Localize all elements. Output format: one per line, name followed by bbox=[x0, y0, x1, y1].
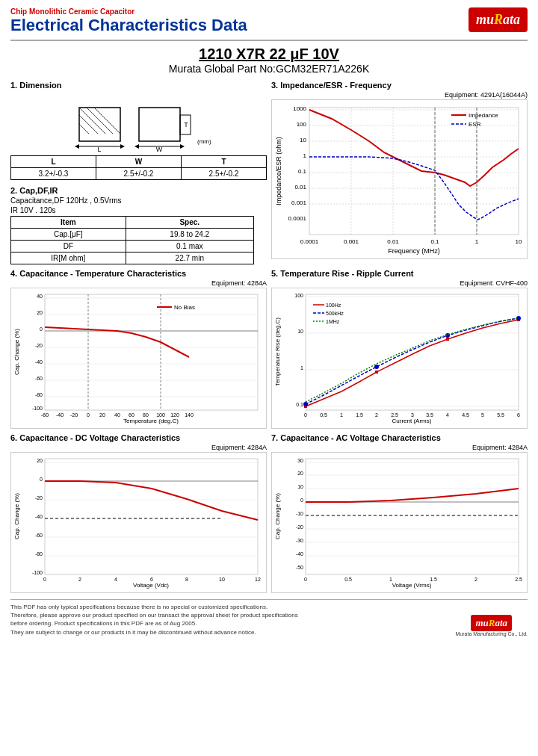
svg-text:1: 1 bbox=[340, 412, 343, 418]
svg-line-4 bbox=[79, 115, 98, 134]
svg-text:0: 0 bbox=[300, 498, 303, 503]
header-title: Electrical Characteristics Data bbox=[10, 16, 247, 35]
cap-subtitle2: IR 10V . 120s bbox=[10, 206, 267, 214]
svg-text:-10: -10 bbox=[296, 511, 303, 516]
dimension-title: 1. Dimension bbox=[10, 81, 267, 90]
cap-subtitle1: Capacitance,DF 120Hz , 0.5Vrms bbox=[10, 196, 267, 205]
svg-text:0: 0 bbox=[87, 412, 90, 418]
svg-text:No Bias: No Bias bbox=[174, 304, 195, 311]
cap-ac-svg: Cap. Change (%) Voltage (Vrms) 30 20 10 … bbox=[272, 453, 526, 591]
footer: This PDF has only typical specifications… bbox=[10, 599, 528, 636]
temp-rise-chart: Temperature Rise (deg.C) Current (Arms) … bbox=[271, 288, 528, 429]
left-column: 1. Dimension bbox=[10, 81, 267, 264]
svg-text:Cap. Change (%): Cap. Change (%) bbox=[274, 493, 281, 539]
svg-text:Frequency (MHz): Frequency (MHz) bbox=[388, 247, 440, 255]
svg-line-2 bbox=[87, 108, 113, 134]
dim-header-L: L bbox=[11, 156, 96, 168]
svg-text:140: 140 bbox=[185, 412, 194, 418]
dimension-table: L W T 3.2+/-0.3 2.5+/-0.2 2.5+/-0.2 bbox=[10, 155, 267, 180]
svg-text:120: 120 bbox=[170, 412, 179, 418]
svg-text:40: 40 bbox=[37, 294, 43, 299]
svg-text:(mm): (mm) bbox=[197, 138, 211, 145]
cap-dc-section: 6. Capacitance - DC Voltage Characterist… bbox=[10, 433, 267, 593]
cap-ac-title: 7. Capacitance - AC Voltage Characterist… bbox=[271, 433, 528, 442]
svg-text:1: 1 bbox=[300, 365, 303, 371]
svg-text:Voltage (Vdc): Voltage (Vdc) bbox=[133, 582, 169, 589]
svg-rect-52 bbox=[45, 294, 258, 410]
svg-text:-20: -20 bbox=[296, 524, 303, 530]
svg-text:-80: -80 bbox=[35, 551, 43, 557]
part-global: Murata Global Part No:GCM32ER71A226K bbox=[10, 63, 528, 75]
cap-ac-chart: Cap. Change (%) Voltage (Vrms) 30 20 10 … bbox=[271, 452, 528, 593]
svg-text:-20: -20 bbox=[35, 495, 43, 501]
svg-line-5 bbox=[79, 124, 89, 134]
cap-dc-equipment: Equipment: 4284A bbox=[10, 444, 267, 451]
svg-text:-80: -80 bbox=[35, 392, 43, 397]
svg-text:-60: -60 bbox=[35, 533, 43, 538]
murata-logo: muRata bbox=[469, 7, 528, 32]
svg-text:4: 4 bbox=[114, 577, 117, 582]
dim-val-L: 3.2+/-0.3 bbox=[11, 168, 96, 180]
temp-rise-equipment: Equipment: CVHF-400 bbox=[271, 279, 528, 287]
svg-text:1: 1 bbox=[303, 152, 307, 159]
svg-text:10: 10 bbox=[300, 137, 306, 143]
temp-rise-svg: Temperature Rise (deg.C) Current (Arms) … bbox=[272, 288, 526, 427]
svg-text:0.0001: 0.0001 bbox=[300, 238, 319, 245]
svg-point-113 bbox=[303, 402, 308, 406]
cap-row-ir-item: IR[M ohm] bbox=[11, 252, 126, 264]
cap-row-df-item: DF bbox=[11, 241, 126, 252]
svg-text:W: W bbox=[155, 146, 162, 152]
svg-rect-123 bbox=[45, 459, 258, 574]
svg-text:0.0001: 0.0001 bbox=[288, 215, 307, 222]
bottom-grid: 6. Capacitance - DC Voltage Characterist… bbox=[10, 433, 528, 593]
footer-text: This PDF has only typical specifications… bbox=[10, 603, 298, 636]
svg-text:T: T bbox=[184, 121, 188, 128]
temp-rise-section: 5. Temperature Rise - Ripple Current Equ… bbox=[271, 269, 528, 429]
impedance-title: 3. Impedance/ESR - Frequency bbox=[271, 81, 528, 90]
svg-text:Cap. Change (%): Cap. Change (%) bbox=[13, 329, 20, 375]
header-subtitle: Chip Monolithic Ceramic Capacitor bbox=[10, 7, 247, 16]
svg-text:0.01: 0.01 bbox=[294, 184, 306, 190]
svg-text:2.5: 2.5 bbox=[515, 577, 522, 582]
page: Chip Monolithic Ceramic Capacitor Electr… bbox=[0, 0, 538, 756]
svg-text:1.5: 1.5 bbox=[430, 577, 437, 582]
footer-line-2: Therefore, please approve our product sp… bbox=[10, 611, 298, 619]
svg-text:30: 30 bbox=[297, 458, 303, 463]
svg-text:-20: -20 bbox=[35, 343, 43, 348]
svg-text:Temperature (deg.C): Temperature (deg.C) bbox=[123, 418, 179, 424]
svg-rect-111 bbox=[446, 338, 449, 341]
cap-col-item: Item bbox=[11, 217, 126, 229]
cap-col-spec: Spec. bbox=[126, 217, 253, 229]
cap-table: Item Spec. Cap.[μF] 19.8 to 24.2 DF 0.1 … bbox=[10, 216, 254, 264]
dimension-diagram: T L W (mm) bbox=[10, 93, 267, 152]
svg-text:10: 10 bbox=[297, 484, 303, 489]
svg-text:-40: -40 bbox=[56, 412, 64, 418]
footer-line-3: before ordering. Product specifications … bbox=[10, 619, 298, 628]
svg-text:0.001: 0.001 bbox=[344, 238, 359, 245]
svg-text:100: 100 bbox=[156, 412, 165, 418]
footer-line-4: They are subject to change or our produc… bbox=[10, 628, 298, 636]
svg-text:2: 2 bbox=[375, 412, 378, 418]
svg-text:0: 0 bbox=[40, 326, 43, 332]
top-grid: 1. Dimension bbox=[10, 81, 528, 264]
dimension-svg: T L W (mm) bbox=[64, 93, 214, 152]
svg-text:2.5: 2.5 bbox=[391, 412, 398, 418]
svg-text:100Hz: 100Hz bbox=[326, 303, 341, 308]
cap-row-df-spec: 0.1 max bbox=[126, 241, 253, 252]
svg-text:0: 0 bbox=[304, 577, 307, 582]
svg-text:1000: 1000 bbox=[293, 105, 306, 112]
svg-line-1 bbox=[79, 108, 105, 134]
svg-text:1: 1 bbox=[475, 238, 479, 245]
svg-line-3 bbox=[94, 108, 120, 134]
svg-text:0.1: 0.1 bbox=[298, 168, 307, 175]
impedance-equipment: Equipment: 4291A(16044A) bbox=[271, 91, 528, 99]
svg-rect-110 bbox=[375, 371, 378, 374]
svg-text:Current (Arms): Current (Arms) bbox=[392, 418, 432, 424]
cap-temp-section: 4. Capacitance - Temperature Characteris… bbox=[10, 269, 267, 429]
svg-rect-18 bbox=[309, 108, 519, 235]
svg-rect-0 bbox=[79, 108, 120, 141]
svg-text:0: 0 bbox=[40, 477, 43, 482]
logo-text: muRata bbox=[476, 12, 520, 28]
impedance-chart: Impedance/ESR (ohm) Frequency (MHz) 1000… bbox=[271, 99, 528, 259]
svg-text:6: 6 bbox=[150, 577, 153, 582]
